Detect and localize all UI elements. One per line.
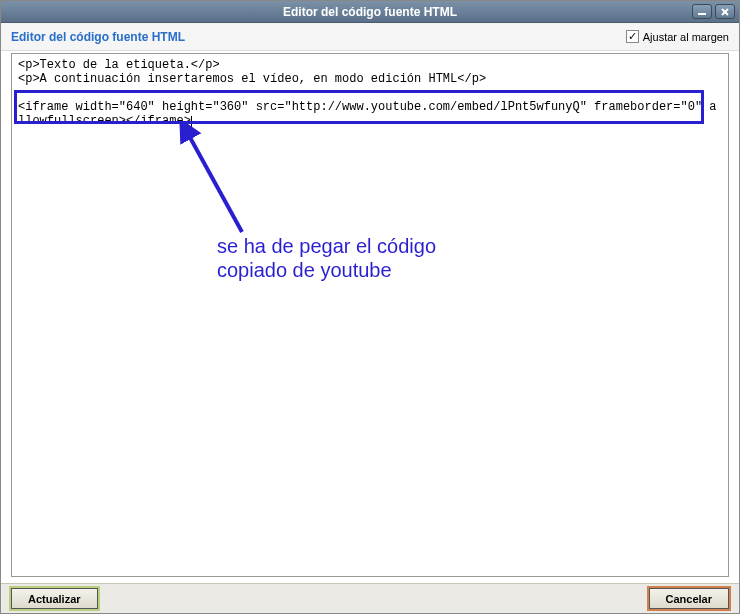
code-iframe-line: <iframe width="640" height="360" src="ht… (18, 100, 722, 128)
wrap-checkbox-label: Ajustar al margen (643, 31, 729, 43)
code-blank-line (18, 86, 722, 100)
svg-rect-0 (698, 13, 706, 15)
minimize-button[interactable] (692, 4, 712, 19)
minimize-icon (697, 8, 707, 16)
annotation-text: se ha de pegar el código copiado de yout… (217, 234, 436, 282)
svg-line-4 (187, 132, 242, 232)
close-button[interactable] (715, 4, 735, 19)
titlebar-buttons (692, 4, 735, 19)
code-line: <p>A continuación insertaremos el vídeo,… (18, 72, 722, 86)
wrap-checkbox[interactable]: ✓ Ajustar al margen (626, 30, 729, 43)
annotation-arrow (172, 122, 262, 242)
cancel-button[interactable]: Cancelar (649, 588, 729, 609)
source-code-textarea[interactable]: <p>Texto de la etiqueta.</p> <p>A contin… (11, 53, 729, 577)
subheader-title: Editor del código fuente HTML (11, 30, 626, 44)
close-icon (720, 7, 730, 17)
checkbox-icon: ✓ (626, 30, 639, 43)
code-line: <p>Texto de la etiqueta.</p> (18, 58, 722, 72)
update-button[interactable]: Actualizar (11, 588, 98, 609)
dialog-window: Editor del código fuente HTML Editor del… (0, 0, 740, 614)
button-bar: Actualizar Cancelar (1, 583, 739, 613)
window-title: Editor del código fuente HTML (283, 5, 457, 19)
subheader: Editor del código fuente HTML ✓ Ajustar … (1, 23, 739, 51)
text-cursor (191, 116, 192, 128)
titlebar: Editor del código fuente HTML (1, 1, 739, 23)
